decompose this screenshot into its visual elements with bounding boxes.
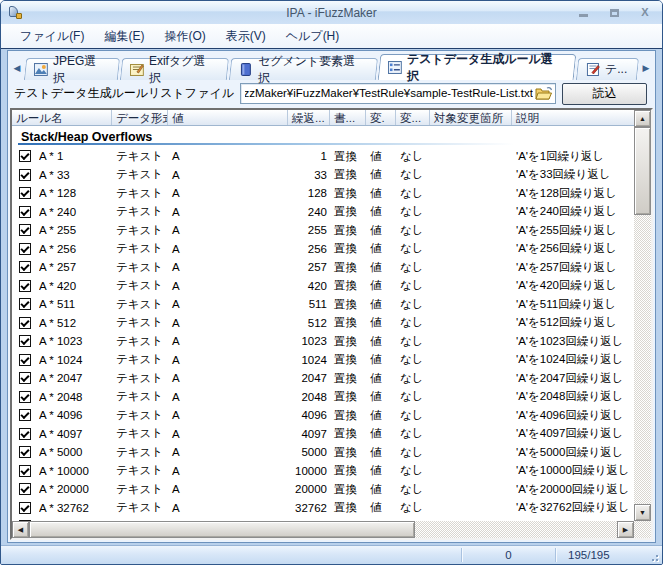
title-bar[interactable]: IPA - iFuzzMaker X: [1, 1, 662, 24]
vertical-scroll-track[interactable]: [634, 215, 651, 504]
maximize-button[interactable]: [603, 5, 625, 20]
repeat-cell: 4096: [288, 409, 330, 421]
resize-grip[interactable]: [644, 547, 660, 563]
tab-scroll-left-icon[interactable]: ◀: [11, 59, 23, 77]
table-row[interactable]: A * 512 テキスト A 512 置換 値 なし 'A'を512回繰り返し: [12, 314, 634, 333]
menu-operation[interactable]: 操作(O): [155, 25, 214, 48]
row-checkbox[interactable]: [19, 150, 31, 162]
change1-cell: 値: [366, 223, 396, 238]
load-button[interactable]: 読込: [562, 83, 647, 105]
rule-file-path-input[interactable]: トップ¥iFuzzMaker¥iFuzzMaker¥TestRule¥sampl…: [245, 86, 533, 101]
column-header-value[interactable]: 値: [168, 110, 288, 125]
column-header-description[interactable]: 説明: [512, 110, 634, 125]
table-row[interactable]: A * 257 テキスト A 257 置換 値 なし 'A'を257回繰り返し: [12, 258, 634, 277]
table-row[interactable]: A * 420 テキスト A 420 置換 値 なし 'A'を420回繰り返し: [12, 277, 634, 296]
table-row[interactable]: A * 256 テキスト A 256 置換 値 なし 'A'を256回繰り返し: [12, 240, 634, 259]
row-checkbox[interactable]: [19, 409, 31, 421]
column-header-rule-name[interactable]: ルール名: [12, 110, 112, 125]
vertical-scrollbar[interactable]: ▲ ▼: [634, 110, 651, 521]
close-button[interactable]: X: [634, 5, 656, 20]
tab-segment-element-select[interactable]: セグメント要素選択: [228, 58, 378, 80]
write-cell: 置換: [330, 500, 366, 515]
table-row[interactable]: A * 1 テキスト A 1 置換 値 なし 'A'を1回繰り返し: [12, 147, 634, 166]
change2-cell: なし: [396, 426, 430, 441]
row-checkbox[interactable]: [19, 280, 31, 292]
tab-scroll-right-icon[interactable]: ▶: [640, 59, 652, 77]
row-checkbox[interactable]: [19, 354, 31, 366]
row-checkbox[interactable]: [19, 206, 31, 218]
scroll-left-icon[interactable]: ◀: [12, 521, 29, 538]
column-header-data-format[interactable]: データ形式: [112, 110, 168, 125]
column-header-write[interactable]: 書...: [330, 110, 366, 125]
scroll-right-icon[interactable]: ▶: [617, 521, 634, 538]
scroll-down-icon[interactable]: ▼: [634, 504, 651, 521]
horizontal-scrollbar[interactable]: ◀ ▶: [12, 521, 634, 538]
table-row[interactable]: A * 511 テキスト A 511 置換 値 なし 'A'を511回繰り返し: [12, 295, 634, 314]
horizontal-scroll-thumb[interactable]: [29, 521, 415, 538]
scroll-up-icon[interactable]: ▲: [634, 110, 651, 127]
repeat-cell: 257: [288, 261, 330, 273]
row-checkbox[interactable]: [19, 372, 31, 384]
minimize-button[interactable]: [572, 5, 594, 20]
write-cell: 置換: [330, 445, 366, 460]
column-header-target[interactable]: 対象変更箇所: [430, 110, 512, 125]
row-checkbox[interactable]: [19, 428, 31, 440]
table-row[interactable]: A * 2047 テキスト A 2047 置換 値 なし 'A'を2047回繰り…: [12, 369, 634, 388]
value-cell: A: [168, 224, 288, 236]
table-row[interactable]: A * 1024 テキスト A 1024 置換 値 なし 'A'を1024回繰り…: [12, 351, 634, 370]
table-row[interactable]: A * 128 テキスト A 128 置換 値 なし 'A'を128回繰り返し: [12, 184, 634, 203]
open-folder-icon[interactable]: [535, 86, 553, 101]
horizontal-scroll-track[interactable]: [415, 521, 617, 538]
row-checkbox[interactable]: [19, 224, 31, 236]
change2-cell: なし: [396, 389, 430, 404]
menu-edit[interactable]: 編集(E): [95, 25, 153, 48]
table-row[interactable]: A * 4097 テキスト A 4097 置換 値 なし 'A'を4097回繰り…: [12, 425, 634, 444]
row-checkbox[interactable]: [19, 391, 31, 403]
write-cell: 置換: [330, 371, 366, 386]
row-checkbox[interactable]: [19, 465, 31, 477]
column-header-change2[interactable]: 変...: [396, 110, 430, 125]
table-row[interactable]: A * 4096 テキスト A 4096 置換 値 なし 'A'を4096回繰り…: [12, 406, 634, 425]
table-row[interactable]: A * 10000 テキスト A 10000 置換 値 なし 'A'を10000…: [12, 462, 634, 481]
tab-next-partial[interactable]: テ...: [576, 58, 640, 80]
list-icon: [388, 61, 402, 74]
table-row[interactable]: A * 33 テキスト A 33 置換 値 なし 'A'を33回繰り返し: [12, 166, 634, 185]
table-row[interactable]: A * 20000 テキスト A 20000 置換 値 なし 'A'を20000…: [12, 480, 634, 499]
row-checkbox[interactable]: [19, 502, 31, 514]
tab-exif-tag-select[interactable]: Exifタグ選択: [120, 58, 229, 80]
rule-name-cell: A * 255: [39, 224, 79, 236]
table-row[interactable]: A * 1023 テキスト A 1023 置換 値 なし 'A'を1023回繰り…: [12, 332, 634, 351]
row-checkbox[interactable]: [19, 483, 31, 495]
description-cell: 'A'を420回繰り返し: [512, 278, 634, 293]
rule-name-cell: A * 420: [39, 280, 79, 292]
rule-name-cell: A * 4097: [39, 428, 85, 440]
change2-cell: なし: [396, 241, 430, 256]
row-checkbox[interactable]: [19, 298, 31, 310]
row-checkbox[interactable]: [19, 335, 31, 347]
repeat-cell: 1023: [288, 335, 330, 347]
change1-cell: 値: [366, 278, 396, 293]
menu-help[interactable]: ヘルプ(H): [277, 25, 349, 48]
row-checkbox[interactable]: [19, 187, 31, 199]
column-header-repeat[interactable]: 繰返...: [288, 110, 330, 125]
change1-cell: 値: [366, 371, 396, 386]
row-checkbox[interactable]: [19, 446, 31, 458]
row-checkbox[interactable]: [19, 261, 31, 273]
column-header-change1[interactable]: 変.: [366, 110, 396, 125]
data-format-cell: テキスト: [112, 463, 168, 478]
table-row[interactable]: A * 240 テキスト A 240 置換 値 なし 'A'を240回繰り返し: [12, 203, 634, 222]
write-cell: 置換: [330, 167, 366, 182]
menu-file[interactable]: ファイル(F): [11, 25, 93, 48]
menu-view[interactable]: 表示(V): [217, 25, 275, 48]
status-ratio-field: 195/195: [556, 546, 644, 564]
vertical-scroll-thumb[interactable]: [634, 127, 651, 215]
row-checkbox[interactable]: [19, 243, 31, 255]
row-checkbox[interactable]: [19, 169, 31, 181]
table-row[interactable]: A * 5000 テキスト A 5000 置換 値 なし 'A'を5000回繰り…: [12, 443, 634, 462]
table-row[interactable]: A * 32762 テキスト A 32762 置換 値 なし 'A'を32762…: [12, 499, 634, 518]
table-row[interactable]: A * 255 テキスト A 255 置換 値 なし 'A'を255回繰り返し: [12, 221, 634, 240]
tab-jpeg-select[interactable]: JPEG選択: [24, 58, 120, 80]
table-row[interactable]: A * 2048 テキスト A 2048 置換 値 なし 'A'を2048回繰り…: [12, 388, 634, 407]
row-checkbox[interactable]: [19, 317, 31, 329]
tab-test-data-rule-select[interactable]: テストデータ生成ルール選択: [378, 54, 576, 80]
